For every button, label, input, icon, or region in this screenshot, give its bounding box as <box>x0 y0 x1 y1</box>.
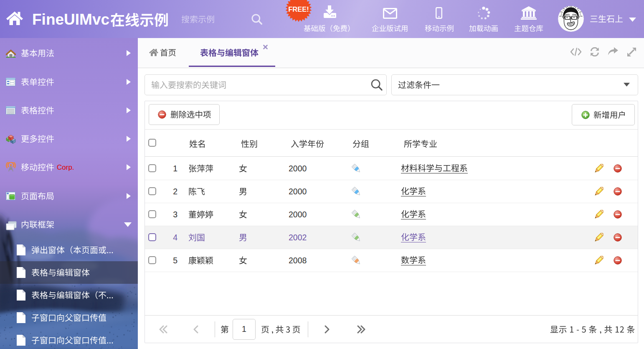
svg-text:FREE!: FREE! <box>288 5 309 13</box>
